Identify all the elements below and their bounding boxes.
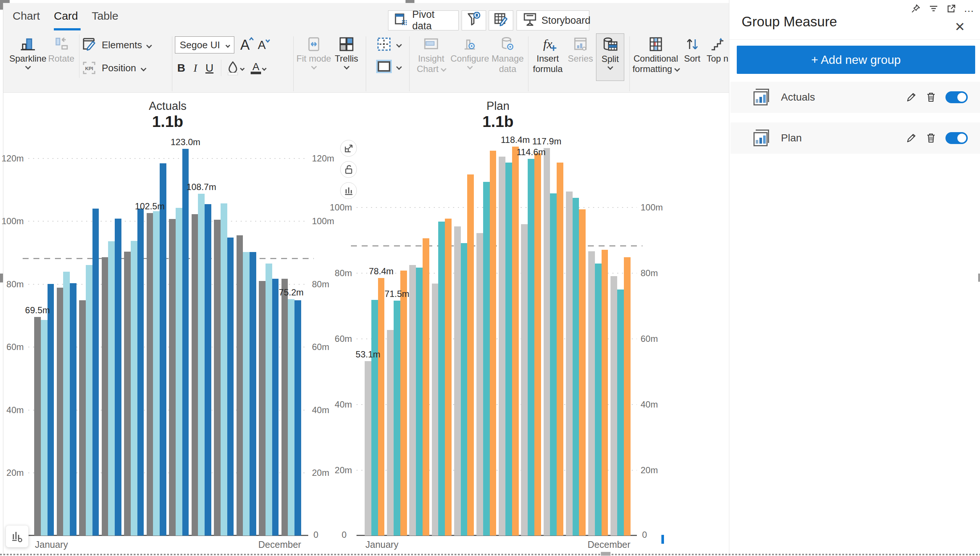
sort-button[interactable]: Sort	[680, 33, 705, 64]
bar-series-dark-blue-april[interactable]	[115, 218, 121, 536]
bar-series-light-blue-march[interactable]	[86, 265, 92, 536]
bar-series-dark-blue-december[interactable]	[295, 300, 301, 536]
lock-button[interactable]	[340, 161, 357, 178]
bar-series-dark-blue-june[interactable]	[160, 163, 166, 536]
trellis-button[interactable]: Trellis	[331, 33, 362, 69]
bar-series-light-blue-june[interactable]	[153, 211, 160, 536]
pin-icon[interactable]	[910, 3, 921, 14]
fill-color-button[interactable]	[227, 60, 244, 75]
rotate-button[interactable]: Rotate	[46, 33, 77, 64]
underline-button[interactable]: U	[203, 61, 216, 74]
elements-dropdown[interactable]: Elements	[82, 33, 151, 57]
conditional-formatting-button[interactable]: Conditional formatting	[632, 33, 680, 74]
bar-series-gray-august[interactable]	[192, 214, 198, 536]
add-new-group-button[interactable]: + Add new group	[737, 46, 975, 74]
bar-series-light-blue-july[interactable]	[176, 208, 182, 536]
filter-button[interactable]	[462, 10, 486, 31]
italic-button[interactable]: I	[189, 61, 202, 74]
filter-lines-icon[interactable]	[928, 3, 939, 14]
fit-mode-button[interactable]: Fit mode	[297, 33, 331, 69]
bar-series-orange-march[interactable]	[423, 238, 429, 536]
insert-formula-button[interactable]: fx + Insert formula	[531, 33, 565, 74]
bar-series-teal-december[interactable]	[617, 289, 624, 536]
series-button[interactable]: Series	[565, 33, 596, 64]
resize-handle-left[interactable]	[0, 273, 3, 283]
resize-handle-top[interactable]	[405, 0, 415, 3]
bar-series-teal-january[interactable]	[371, 300, 378, 536]
measure-group-row-actuals[interactable]: Actuals	[731, 82, 980, 113]
close-icon[interactable]: ✕	[955, 19, 965, 34]
bar-series-gray-december[interactable]	[611, 276, 617, 536]
top-n-button[interactable]: Top n	[705, 33, 731, 64]
delete-trash-icon[interactable]	[926, 133, 936, 144]
bar-series-gray-january[interactable]	[34, 317, 41, 536]
bar-series-light-blue-january[interactable]	[41, 320, 47, 536]
bar-series-gray-october[interactable]	[236, 235, 243, 536]
group-enabled-toggle[interactable]	[946, 132, 968, 144]
expand-button[interactable]	[340, 140, 357, 157]
bar-series-dark-blue-march[interactable]	[92, 208, 99, 536]
bar-series-gray-january[interactable]	[364, 361, 371, 536]
style-border-dropdown[interactable]	[376, 33, 401, 55]
bar-series-orange-may[interactable]	[467, 175, 474, 536]
bar-series-light-blue-december[interactable]	[288, 299, 295, 536]
group-enabled-toggle[interactable]	[946, 91, 968, 103]
bar-series-orange-february[interactable]	[400, 271, 407, 536]
bar-series-gray-december[interactable]	[282, 279, 288, 536]
plan-chart[interactable]: Plan 1.1b 100m100m80m80m60m60m40m40m20m2…	[331, 93, 665, 554]
font-family-select[interactable]: Segoe UI	[175, 36, 234, 53]
bar-series-gray-may[interactable]	[454, 226, 461, 536]
bar-series-orange-april[interactable]	[445, 218, 452, 536]
bar-series-gray-march[interactable]	[409, 265, 416, 536]
tab-card[interactable]: Card	[54, 10, 78, 22]
bar-series-gray-february[interactable]	[57, 288, 63, 536]
bar-series-orange-august[interactable]	[535, 153, 541, 536]
bar-series-light-blue-september[interactable]	[220, 204, 227, 536]
style-fill-dropdown[interactable]	[376, 55, 401, 78]
bar-series-gray-november[interactable]	[259, 281, 266, 536]
font-color-button[interactable]: A	[251, 62, 266, 74]
delete-trash-icon[interactable]	[926, 92, 936, 103]
tab-table[interactable]: Table	[92, 10, 118, 22]
bar-series-dark-blue-september[interactable]	[227, 238, 234, 536]
configure-button[interactable]: Configure	[450, 33, 489, 69]
bar-series-gray-july[interactable]	[499, 157, 505, 536]
bar-series-gray-july[interactable]	[169, 219, 176, 536]
bar-series-gray-may[interactable]	[124, 252, 131, 536]
pivot-data-button[interactable]: Pivot data	[388, 10, 458, 31]
bar-series-gray-june[interactable]	[147, 213, 153, 536]
grow-font-button[interactable]: A	[238, 37, 252, 53]
tab-chart[interactable]: Chart	[13, 10, 40, 22]
edit-pencil-icon[interactable]	[906, 92, 917, 102]
bar-series-teal-october[interactable]	[573, 198, 579, 536]
more-options-icon[interactable]: …	[964, 3, 975, 14]
panel-scrollbar[interactable]	[978, 273, 980, 282]
bar-series-orange-june[interactable]	[490, 151, 497, 536]
bar-series-teal-july[interactable]	[505, 163, 512, 536]
bar-series-gray-april[interactable]	[432, 284, 439, 536]
bar-series-gray-april[interactable]	[102, 257, 109, 536]
manage-data-button[interactable]: Manage data	[489, 33, 526, 74]
bar-series-light-blue-november[interactable]	[266, 263, 272, 536]
bar-series-teal-may[interactable]	[461, 243, 468, 536]
bar-series-dark-blue-january[interactable]	[47, 284, 54, 536]
bar-series-gray-march[interactable]	[79, 300, 86, 536]
shrink-font-button[interactable]: A	[256, 38, 268, 52]
edit-data-button[interactable]	[489, 10, 513, 31]
bar-series-orange-july[interactable]	[512, 147, 519, 536]
bar-series-gray-september[interactable]	[544, 148, 550, 536]
bar-series-dark-blue-july[interactable]	[182, 149, 189, 536]
bar-series-gray-june[interactable]	[476, 233, 483, 536]
storyboard-button[interactable]: Storyboard	[517, 10, 589, 31]
measure-group-row-plan[interactable]: Plan	[731, 123, 980, 154]
bar-series-teal-march[interactable]	[416, 268, 423, 536]
bar-series-gray-august[interactable]	[521, 224, 528, 536]
bar-series-orange-january[interactable]	[378, 278, 385, 536]
bar-series-gray-november[interactable]	[588, 251, 595, 536]
bar-series-light-blue-october[interactable]	[243, 252, 249, 536]
edit-pencil-icon[interactable]	[906, 133, 917, 143]
insight-chart-button[interactable]: Insight Chart	[412, 33, 450, 74]
bar-series-light-blue-august[interactable]	[198, 194, 205, 536]
chart-type-button[interactable]	[340, 182, 357, 199]
bar-series-light-blue-may[interactable]	[131, 241, 138, 536]
